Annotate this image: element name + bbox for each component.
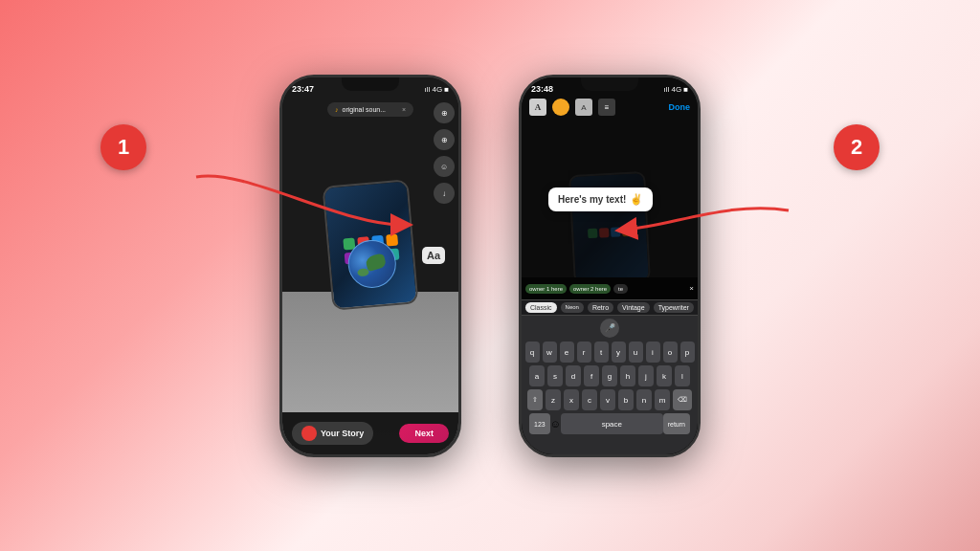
key-p[interactable]: p: [680, 342, 695, 363]
font-vintage[interactable]: Vintage: [617, 302, 650, 313]
phone-2-time: 23:48: [531, 84, 553, 94]
text-a2-icon[interactable]: A: [575, 99, 592, 116]
music-icon: ♪: [335, 106, 339, 113]
key-t[interactable]: t: [594, 342, 609, 363]
key-s[interactable]: s: [547, 365, 563, 386]
your-story-button[interactable]: Your Story: [292, 422, 373, 445]
key-n[interactable]: n: [636, 389, 652, 410]
aa-button[interactable]: Aa: [422, 247, 445, 264]
key-return[interactable]: return: [663, 413, 690, 434]
story-avatar: [301, 426, 317, 441]
phone-2-notch: [581, 77, 638, 91]
key-f[interactable]: f: [584, 365, 599, 386]
phone-2: 23:48 ıll 4G ■ A A ≡ Done Here's my text…: [519, 75, 701, 457]
your-story-label: Your Story: [321, 429, 364, 438]
font-retro[interactable]: Retro: [588, 302, 613, 313]
step-2-label: 2: [851, 135, 862, 160]
key-v[interactable]: v: [600, 389, 615, 410]
key-o[interactable]: o: [663, 342, 678, 363]
next-button[interactable]: Next: [399, 424, 449, 443]
key-k[interactable]: k: [657, 365, 672, 386]
arrow-1: [148, 148, 416, 273]
toolbar-btn-4[interactable]: ↓: [434, 183, 455, 204]
key-row-3: ⇧ z x c v b n m ⌫: [525, 389, 694, 410]
sound-text: original soun...: [343, 106, 398, 113]
mic-emoji-btn[interactable]: 🎤: [600, 319, 619, 338]
menu-icon[interactable]: ≡: [598, 99, 615, 116]
key-d[interactable]: d: [566, 365, 581, 386]
key-j[interactable]: j: [638, 365, 654, 386]
key-delete[interactable]: ⌫: [673, 389, 692, 410]
key-i[interactable]: i: [646, 342, 660, 363]
step-1-label: 1: [118, 135, 129, 160]
sound-bar[interactable]: ♪ original soun... ×: [327, 102, 413, 117]
phone-1-notch: [342, 77, 399, 91]
phone-2-wrapper: 23:48 ıll 4G ■ A A ≡ Done Here's my text…: [519, 75, 701, 457]
right-toolbar: ⊕ ⊕ ☺ ↓: [434, 102, 455, 204]
key-g[interactable]: g: [602, 365, 617, 386]
key-u[interactable]: u: [629, 342, 643, 363]
key-b[interactable]: b: [618, 389, 634, 410]
text-format-a-icon[interactable]: A: [529, 99, 546, 116]
key-h[interactable]: h: [620, 365, 635, 386]
key-q[interactable]: q: [525, 342, 540, 363]
toolbar-btn-1[interactable]: ⊕: [434, 102, 455, 123]
toolbar-btn-3[interactable]: ☺: [434, 156, 455, 177]
close-font-icon[interactable]: ×: [689, 284, 694, 293]
key-shift[interactable]: ⇧: [527, 389, 543, 410]
font-typewriter[interactable]: Typewriter: [654, 302, 694, 313]
phone-2-format-icons: A A ≡: [529, 99, 615, 116]
key-c[interactable]: c: [582, 389, 597, 410]
font-owner-2: owner 2 here: [569, 284, 611, 294]
key-row-2: a s d f g h j k l: [525, 365, 694, 386]
step-2-circle: 2: [834, 124, 880, 170]
phone-1-signal-icons: ıll 4G ■: [424, 85, 449, 94]
phone-2-top-bar: A A ≡ Done: [522, 99, 698, 116]
key-row-1: q w e r t y u i o p: [525, 342, 694, 363]
font-selector-row[interactable]: owner 1 here owner 2 here te ×: [522, 277, 698, 300]
phone-1-bottom-bar: Your Story Next: [282, 412, 458, 454]
close-sound-icon[interactable]: ×: [402, 106, 406, 113]
phone-2-screen: 23:48 ıll 4G ■ A A ≡ Done Here's my text…: [522, 77, 698, 454]
keyboard-main: q w e r t y u i o p a s d: [522, 338, 698, 438]
emoji-key[interactable]: ☺: [550, 418, 561, 430]
phone-2-signal-icons: ıll 4G ■: [663, 85, 688, 94]
toolbar-btn-2[interactable]: ⊕: [434, 129, 455, 150]
font-classic[interactable]: Classic: [525, 302, 557, 313]
key-y[interactable]: y: [612, 342, 626, 363]
key-a[interactable]: a: [529, 365, 545, 386]
step-1-circle: 1: [100, 124, 146, 170]
color-circle-icon[interactable]: [552, 99, 569, 116]
key-numbers[interactable]: 123: [529, 413, 550, 434]
font-owner-1: owner 1 here: [525, 284, 567, 294]
font-option-other: te: [613, 284, 628, 294]
font-neon[interactable]: Neon: [561, 302, 584, 313]
key-x[interactable]: x: [564, 389, 579, 410]
key-r[interactable]: r: [577, 342, 591, 363]
arrow-2: [616, 182, 836, 258]
keyboard-area: owner 1 here owner 2 here te × Classic N…: [522, 277, 698, 454]
key-z[interactable]: z: [546, 389, 561, 410]
keyboard-bottom-row: 123 ☺ space return: [525, 413, 694, 434]
phone-1-time: 23:47: [292, 84, 314, 94]
done-button[interactable]: Done: [669, 102, 691, 112]
key-m[interactable]: m: [655, 389, 670, 410]
key-l[interactable]: l: [675, 365, 690, 386]
key-space[interactable]: space: [561, 413, 663, 434]
key-w[interactable]: w: [543, 342, 557, 363]
key-e[interactable]: e: [560, 342, 574, 363]
